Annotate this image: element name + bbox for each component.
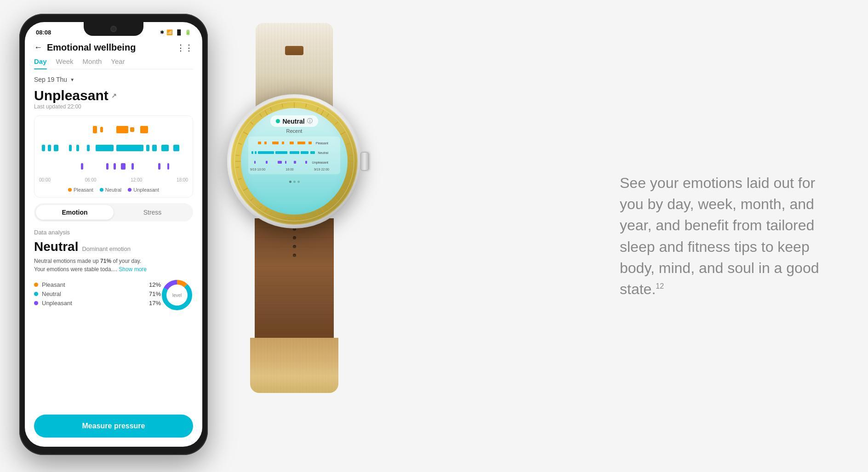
- phone-mockup: 08:08 ✱ 📶 ▐▌ 🔋 ← Emotional wellbeing ⋮⋮: [19, 14, 208, 455]
- stat-unpleasant: Unpleasant 17%: [34, 300, 161, 307]
- dot-2: [293, 181, 296, 183]
- emotion-label: Unpleasant: [34, 88, 108, 103]
- watch-time-end: 9/19 22:00: [314, 168, 329, 171]
- watch-recent-label: Recent: [247, 128, 341, 134]
- svg-line-37: [260, 114, 262, 116]
- svg-line-34: [238, 143, 242, 144]
- watch-image: Neutral ⓘ Recent: [221, 23, 368, 446]
- unpleasant-row: [39, 162, 188, 171]
- tab-bar: Day Week Month Year: [34, 57, 193, 69]
- status-icons: ✱ 📶 ▐▌ 🔋: [160, 29, 191, 35]
- dominant-emotion-row: Neutral Dominant emotion: [34, 239, 193, 254]
- dot-1: [289, 181, 291, 183]
- wifi-icon: 📶: [166, 29, 173, 35]
- legend-neutral-label: Neutral: [105, 187, 121, 193]
- more-menu-icon[interactable]: ⋮⋮: [177, 43, 193, 53]
- legend-pleasant: Pleasant: [68, 187, 93, 193]
- phone-notch: [84, 22, 143, 36]
- axis-0: 00:00: [39, 177, 51, 182]
- dominant-emotion-sub: Dominant emotion: [82, 245, 131, 252]
- svg-line-40: [282, 104, 283, 108]
- svg-line-39: [270, 108, 272, 111]
- dot-3: [297, 181, 300, 183]
- svg-line-28: [251, 198, 253, 200]
- info-icon: ⓘ: [307, 117, 313, 125]
- tab-year[interactable]: Year: [111, 57, 125, 69]
- svg-line-11: [340, 132, 345, 135]
- svg-line-25: [270, 212, 272, 215]
- legend-neutral: Neutral: [100, 187, 121, 193]
- page-title: Emotional wellbeing: [47, 42, 136, 53]
- stat-pleasant-dot: [34, 283, 38, 287]
- emotion-state: Unpleasant ↗: [34, 88, 193, 103]
- watch-neutral-badge: Neutral ⓘ: [270, 115, 318, 127]
- svg-line-36: [251, 122, 253, 124]
- emotion-toggle-button[interactable]: Emotion: [36, 205, 114, 220]
- analysis-description: Neutral emotions made up 71% of your day…: [34, 257, 193, 273]
- header-left: ← Emotional wellbeing: [34, 42, 136, 53]
- watch-neutral-row: Neutral: [250, 148, 329, 158]
- axis-12: 12:00: [131, 177, 142, 182]
- bluetooth-icon: ✱: [160, 29, 164, 35]
- strap-bottom-canvas: [250, 338, 339, 393]
- svg-line-12: [347, 143, 350, 144]
- measure-pressure-button[interactable]: Measure pressure: [34, 415, 193, 438]
- emotion-stress-toggle: Emotion Stress: [34, 203, 193, 222]
- emotion-chart: 00:00 06:00 12:00 18:00 Pleasant N: [34, 115, 193, 198]
- svg-line-17: [340, 188, 345, 191]
- stat-unpleasant-dot: [34, 301, 38, 305]
- date-selector[interactable]: Sep 19 Thu ▼: [34, 76, 193, 83]
- svg-line-22: [306, 215, 307, 219]
- analysis-desc-2: of your day.: [113, 258, 141, 264]
- tab-day[interactable]: Day: [34, 57, 47, 69]
- external-link-icon[interactable]: ↗: [111, 92, 117, 99]
- description-text: See your emotions laid out for you by da…: [620, 172, 840, 300]
- svg-line-27: [260, 206, 262, 209]
- neutral-row: [39, 143, 188, 153]
- svg-line-7: [317, 108, 318, 111]
- app-content: ← Emotional wellbeing ⋮⋮ Day Week Month …: [25, 39, 202, 447]
- back-button[interactable]: ←: [34, 43, 42, 52]
- app-header: ← Emotional wellbeing ⋮⋮: [34, 39, 193, 57]
- stat-pleasant-pct: 12%: [149, 281, 161, 288]
- watch-neutral-chart-label: Neutral: [318, 151, 328, 154]
- axis-18: 18:00: [177, 177, 188, 182]
- tab-week[interactable]: Week: [56, 57, 74, 69]
- stat-neutral-dot: [34, 292, 38, 296]
- chart-bars-container: [34, 120, 193, 176]
- dominant-emotion-text: Neutral: [34, 239, 78, 254]
- unpleasant-dot: [128, 188, 131, 192]
- tab-month[interactable]: Month: [83, 57, 102, 69]
- svg-line-19: [327, 206, 329, 209]
- date-text: Sep 19 Thu: [34, 76, 67, 83]
- battery-icon: 🔋: [185, 29, 191, 35]
- watch-pleasant-row: Pleasant: [250, 138, 329, 148]
- svg-line-38: [265, 110, 268, 115]
- svg-line-6: [306, 104, 307, 108]
- signal-icon: ▐▌: [175, 29, 183, 35]
- chart-legend: Pleasant Neutral Unpleasant: [34, 184, 193, 197]
- stress-toggle-button[interactable]: Stress: [114, 205, 191, 220]
- svg-line-18: [335, 198, 338, 200]
- svg-line-29: [243, 188, 248, 191]
- legend-pleasant-label: Pleasant: [74, 187, 93, 193]
- stat-unpleasant-pct: 17%: [149, 300, 161, 307]
- status-time: 08:08: [36, 29, 51, 36]
- front-camera: [110, 26, 117, 32]
- watch-screen: Neutral ⓘ Recent: [241, 108, 348, 215]
- stat-neutral-pct: 71%: [149, 290, 161, 297]
- watch-page-dots: [241, 181, 348, 183]
- svg-line-30: [238, 178, 242, 179]
- watch-chart: Pleasant Neutral: [248, 136, 340, 174]
- show-more-button[interactable]: Show more: [119, 266, 147, 273]
- svg-line-16: [347, 178, 350, 179]
- pleasant-row: [39, 125, 188, 134]
- phone-shell: 08:08 ✱ 📶 ▐▌ 🔋 ← Emotional wellbeing ⋮⋮: [19, 14, 208, 455]
- stat-neutral: Neutral 71%: [34, 290, 161, 297]
- legend-unpleasant-label: Unpleasant: [133, 187, 159, 193]
- description-superscript: 12: [656, 283, 664, 290]
- neutral-status-dot: [276, 119, 280, 123]
- stat-unpleasant-label: Unpleasant: [42, 300, 72, 307]
- stat-neutral-label: Neutral: [42, 290, 61, 297]
- analysis-desc-1: Neutral emotions made up: [34, 258, 100, 264]
